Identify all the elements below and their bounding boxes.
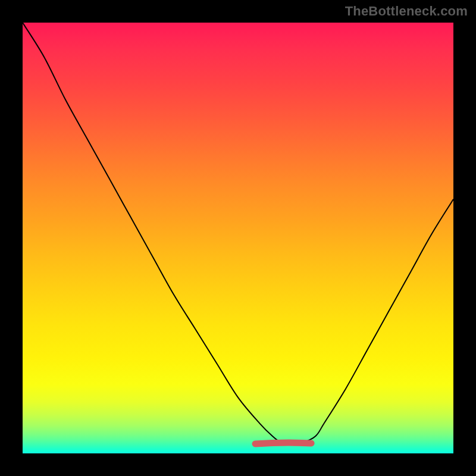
plot-area <box>23 23 453 453</box>
watermark-text: TheBottleneck.com <box>345 4 468 19</box>
minimum-band <box>255 443 311 444</box>
bottleneck-curve-line <box>23 23 453 445</box>
chart-frame: TheBottleneck.com <box>0 0 476 476</box>
bottleneck-curve-svg <box>23 23 453 453</box>
